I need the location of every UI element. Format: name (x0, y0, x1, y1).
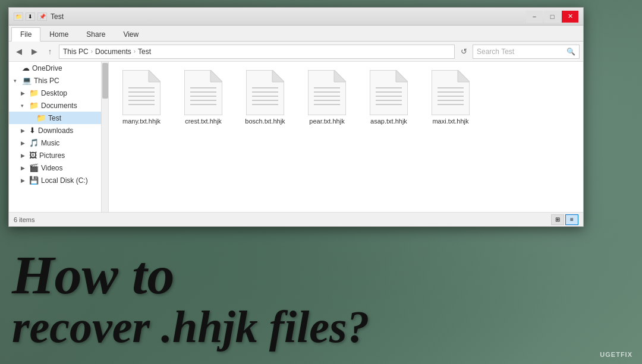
chevron-videos: ▶ (21, 165, 28, 171)
file-icon-2 (246, 70, 284, 115)
title-bar: 📁 ⬇ 📌 Test − □ ✕ (9, 8, 583, 26)
path-part-documents: Documents (95, 48, 131, 56)
sidebar-label-downloads: Downloads (38, 126, 73, 135)
sidebar-label-thispc: This PC (34, 77, 59, 85)
sidebar-item-onedrive[interactable]: ☁ OneDrive (9, 62, 108, 74)
tab-share[interactable]: Share (77, 27, 114, 41)
pictures-icon: 🖼 (29, 151, 37, 160)
svg-marker-36 (458, 70, 470, 82)
file-item-5[interactable]: maxi.txt.hhjk (424, 68, 477, 127)
sidebar-label-pictures: Pictures (39, 151, 65, 160)
sidebar-item-localdisk[interactable]: ▶ 💾 Local Disk (C:) (9, 174, 108, 186)
overlay-line2: recover .hhjk files? (12, 302, 630, 352)
chevron-localdisk: ▶ (21, 178, 28, 183)
file-name-4: asap.txt.hhjk (370, 118, 407, 125)
tab-file[interactable]: File (11, 27, 40, 42)
sidebar-item-thispc[interactable]: ▾ 💻 This PC (9, 74, 108, 87)
close-button[interactable]: ✕ (562, 11, 578, 23)
path-part-test: Test (138, 48, 151, 56)
path-sep-1: › (91, 48, 93, 55)
sidebar-item-test[interactable]: 📁 Test (9, 112, 108, 124)
view-large-icons[interactable]: ⊞ (551, 214, 564, 225)
svg-marker-29 (396, 70, 408, 82)
refresh-button[interactable]: ↺ (457, 45, 470, 58)
sidebar-label-documents: Documents (41, 102, 77, 110)
address-bar: ◀ ▶ ↑ This PC › Documents › Test ↺ Searc… (9, 42, 583, 62)
svg-marker-1 (149, 70, 160, 82)
address-path[interactable]: This PC › Documents › Test (59, 45, 455, 59)
search-placeholder: Search Test (477, 48, 514, 56)
search-icon: 🔍 (567, 48, 575, 56)
svg-marker-8 (210, 70, 222, 82)
file-name-1: crest.txt.hhjk (185, 118, 222, 125)
overlay-line1: How to (12, 248, 630, 302)
desktop-icon: 📁 (29, 88, 39, 97)
file-item-0[interactable]: many.txt.hhjk (115, 68, 168, 127)
sidebar: ☁ OneDrive ▾ 💻 This PC ▶ 📁 Desktop ▾ 📁 D… (9, 62, 109, 212)
forward-button[interactable]: ▶ (28, 45, 41, 58)
content-area: ☁ OneDrive ▾ 💻 This PC ▶ 📁 Desktop ▾ 📁 D… (9, 62, 583, 212)
sidebar-label-videos: Videos (41, 164, 62, 172)
sidebar-scrollbar[interactable] (101, 62, 108, 212)
path-part-thispc: This PC (63, 48, 89, 56)
file-name-5: maxi.txt.hhjk (432, 118, 468, 125)
file-item-2[interactable]: bosch.txt.hhjk (238, 68, 292, 127)
tab-view[interactable]: View (114, 27, 147, 41)
file-icon-3 (308, 70, 346, 115)
test-folder-icon: 📁 (36, 113, 46, 122)
sidebar-item-downloads[interactable]: ▶ ⬇ Downloads (9, 124, 108, 137)
file-icon-1 (184, 70, 222, 115)
watermark: UGETFIX (600, 351, 632, 358)
file-item-4[interactable]: asap.txt.hhjk (362, 68, 416, 127)
up-button[interactable]: ↑ (43, 45, 56, 58)
sidebar-label-music: Music (41, 139, 59, 147)
file-icon-4 (370, 70, 408, 115)
thispc-icon: 💻 (22, 76, 32, 85)
sidebar-item-music[interactable]: ▶ 🎵 Music (9, 137, 108, 149)
window-controls: − □ ✕ (526, 11, 578, 23)
svg-marker-22 (334, 70, 346, 82)
scrollbar-thumb (102, 63, 108, 99)
view-icons: ⊞ ≡ (551, 214, 578, 225)
chevron-thispc: ▾ (14, 78, 21, 84)
tab-home[interactable]: Home (40, 27, 77, 41)
videos-icon: 🎬 (29, 163, 39, 172)
overlay-text-container: How to recover .hhjk files? (0, 248, 642, 352)
item-count: 6 items (14, 216, 34, 223)
ribbon-tabs: File Home Share View (9, 26, 583, 41)
sidebar-label-desktop: Desktop (41, 89, 67, 97)
file-item-1[interactable]: crest.txt.hhjk (177, 68, 230, 127)
chevron-desktop: ▶ (21, 90, 28, 96)
minimize-button[interactable]: − (526, 11, 543, 23)
file-name-0: many.txt.hhjk (122, 118, 160, 125)
title-bar-icons: 📁 ⬇ 📌 (14, 12, 47, 21)
music-icon: 🎵 (29, 138, 39, 147)
back-button[interactable]: ◀ (12, 45, 26, 58)
sidebar-label-test: Test (48, 114, 61, 122)
sidebar-item-documents[interactable]: ▾ 📁 Documents (9, 99, 108, 112)
sidebar-item-pictures[interactable]: ▶ 🖼 Pictures (9, 149, 108, 162)
chevron-downloads: ▶ (21, 128, 28, 134)
chevron-music: ▶ (21, 140, 28, 146)
documents-icon: 📁 (29, 101, 39, 110)
file-name-3: pear.txt.hhjk (309, 118, 344, 125)
status-bar: 6 items ⊞ ≡ (9, 212, 583, 226)
file-icon-5 (432, 70, 470, 115)
files-area: many.txt.hhjk cres (109, 62, 583, 212)
files-grid: many.txt.hhjk cres (115, 68, 577, 127)
file-name-2: bosch.txt.hhjk (245, 118, 285, 125)
search-box[interactable]: Search Test 🔍 (473, 45, 580, 59)
pin-icon: 📌 (37, 12, 47, 21)
onedrive-icon: ☁ (22, 64, 30, 72)
sidebar-item-videos[interactable]: ▶ 🎬 Videos (9, 162, 108, 174)
view-list[interactable]: ≡ (565, 214, 578, 225)
downloads-icon: ⬇ (29, 126, 36, 135)
maximize-button[interactable]: □ (544, 11, 561, 23)
sidebar-item-desktop[interactable]: ▶ 📁 Desktop (9, 87, 108, 99)
file-icon-0 (122, 70, 160, 115)
folder-icon: 📁 (14, 12, 23, 21)
chevron-documents: ▾ (21, 103, 28, 109)
file-item-3[interactable]: pear.txt.hhjk (300, 68, 354, 127)
localdisk-icon: 💾 (29, 176, 39, 185)
path-sep-2: › (134, 48, 136, 55)
